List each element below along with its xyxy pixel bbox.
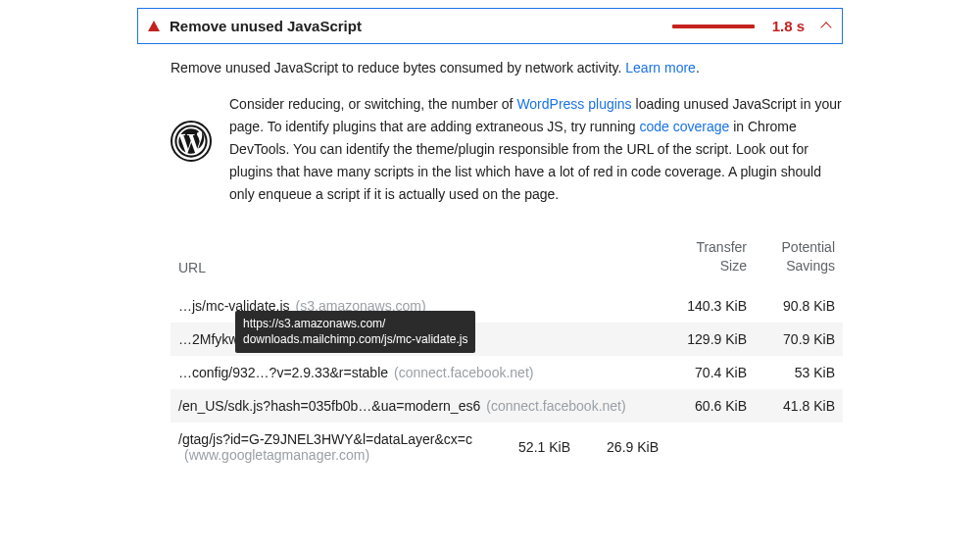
script-url: …2Mfykwl2m……m) <box>178 331 659 347</box>
potential-savings: 26.9 KiB <box>570 439 659 455</box>
wordpress-plugins-link[interactable]: WordPress plugins <box>516 96 631 112</box>
script-url: /gtag/js?id=G-Z9JNEL3HWY&l=dataLayer&cx=… <box>178 431 482 463</box>
table-row[interactable]: …config/932…?v=2.9.33&r=stable(connect.f… <box>171 356 843 389</box>
potential-savings: 90.8 KiB <box>747 298 835 314</box>
transfer-size: 140.3 KiB <box>659 298 747 314</box>
potential-savings: 70.9 KiB <box>747 331 835 347</box>
description-text: Remove unused JavaScript to reduce bytes… <box>171 60 625 75</box>
audit-header[interactable]: Remove unused JavaScript 1.8 s <box>137 8 843 44</box>
script-url: …js/mc-validate.js(s3.amazonaws.com) <box>178 298 659 314</box>
learn-more-link[interactable]: Learn more <box>625 60 696 75</box>
potential-savings: 41.8 KiB <box>747 398 835 414</box>
transfer-size: 60.6 KiB <box>659 398 747 414</box>
transfer-size: 52.1 KiB <box>482 439 570 455</box>
scripts-table: URL Transfer Size Potential Savings …js/… <box>171 229 843 472</box>
chevron-up-icon[interactable] <box>820 22 831 32</box>
table-row[interactable]: …2Mfykwl2m……m) 129.9 KiB 70.9 KiB <box>171 323 843 356</box>
potential-savings: 53 KiB <box>747 365 835 380</box>
table-row[interactable]: /gtag/js?id=G-Z9JNEL3HWY&l=dataLayer&cx=… <box>171 423 843 472</box>
audit-title: Remove unused JavaScript <box>170 18 662 34</box>
wordpress-advice-text: Consider reducing, or switching, the num… <box>229 93 843 206</box>
wordpress-icon <box>171 121 212 162</box>
transfer-size: 129.9 KiB <box>659 331 747 347</box>
col-header-url: URL <box>178 260 659 275</box>
table-row[interactable]: /en_US/sdk.js?hash=035fb0b…&ua=modern_es… <box>171 389 843 423</box>
script-url: …config/932…?v=2.9.33&r=stable(connect.f… <box>178 365 659 380</box>
col-header-size: Transfer Size <box>659 238 747 275</box>
table-header: URL Transfer Size Potential Savings <box>171 229 843 289</box>
code-coverage-link[interactable]: code coverage <box>639 119 729 134</box>
wordpress-advice: Consider reducing, or switching, the num… <box>171 93 843 206</box>
warning-triangle-icon <box>148 21 160 31</box>
duration-bar <box>672 25 755 28</box>
script-url: /en_US/sdk.js?hash=035fb0b…&ua=modern_es… <box>178 398 659 414</box>
col-header-savings: Potential Savings <box>747 238 835 275</box>
audit-time: 1.8 s <box>772 18 805 34</box>
transfer-size: 70.4 KiB <box>659 365 747 380</box>
audit-description: Remove unused JavaScript to reduce bytes… <box>171 60 843 75</box>
table-row[interactable]: …js/mc-validate.js(s3.amazonaws.com) 140… <box>171 289 843 323</box>
